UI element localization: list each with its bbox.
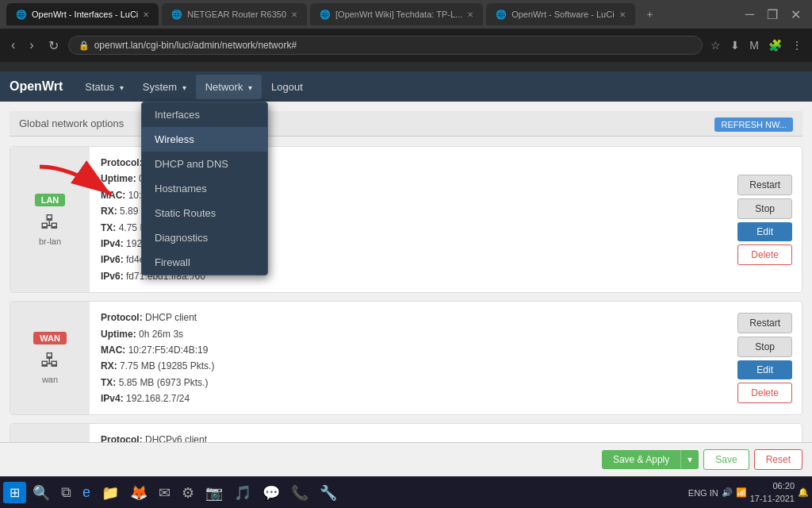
interface-icon-area-wan: WAN 🖧 wan bbox=[10, 302, 90, 414]
delete-button-lan[interactable]: Delete bbox=[737, 244, 792, 265]
network-icon: 🖧 bbox=[40, 211, 59, 233]
app4-icon[interactable]: 📞 bbox=[286, 481, 313, 505]
tab-close-icon[interactable]: ✕ bbox=[467, 10, 473, 19]
dropdown-item-dhcp-dns[interactable]: DHCP and DNS bbox=[142, 152, 267, 176]
interface-badge-wan: WAN bbox=[33, 332, 67, 344]
taskbar-right: ENG IN 🔊 📶 06:20 17-11-2021 🔔 bbox=[688, 480, 809, 505]
lock-icon: 🔒 bbox=[79, 40, 90, 51]
mail-icon[interactable]: ✉ bbox=[154, 481, 175, 505]
interface-name-wan: wan bbox=[42, 375, 58, 384]
caret-icon: ▾ bbox=[248, 83, 252, 92]
system-tray: ENG IN 🔊 📶 bbox=[688, 487, 747, 498]
lang-indicator: ENG IN bbox=[688, 488, 718, 498]
browser-nav-bar: ‹ › ↻ 🔒 openwrt.lan/cgi-bin/luci/admin/n… bbox=[0, 29, 812, 62]
dropdown-item-diagnostics[interactable]: Diagnostics bbox=[142, 225, 267, 250]
app3-icon[interactable]: 💬 bbox=[258, 481, 285, 505]
close-button[interactable]: ✕ bbox=[786, 4, 806, 25]
profile-icon[interactable]: M bbox=[746, 36, 762, 55]
address-text: openwrt.lan/cgi-bin/luci/admin/network/n… bbox=[94, 40, 693, 51]
tab-openwrt-software[interactable]: 🌐 OpenWrt - Software - LuCi ✕ bbox=[486, 3, 634, 25]
tab-close-icon[interactable]: ✕ bbox=[291, 10, 297, 19]
new-tab-button[interactable]: ＋ bbox=[638, 7, 661, 21]
settings-icon[interactable]: ⚙ bbox=[177, 481, 199, 505]
clock-time: 06:20 bbox=[750, 480, 795, 492]
explorer-icon[interactable]: 📁 bbox=[97, 481, 124, 505]
refresh-button[interactable]: REFRESH NW... bbox=[714, 117, 793, 132]
nav-status[interactable]: Status ▾ bbox=[75, 75, 132, 99]
dropdown-item-hostnames[interactable]: Hostnames bbox=[142, 176, 267, 201]
app1-icon[interactable]: 📷 bbox=[201, 481, 228, 505]
tab-netgear[interactable]: 🌐 NETGEAR Router R6350 ✕ bbox=[162, 3, 307, 25]
network-dropdown-menu: Interfaces Wireless DHCP and DNS Hostnam… bbox=[141, 102, 268, 275]
network-tray-icon[interactable]: 📶 bbox=[736, 487, 747, 498]
stop-button-wan[interactable]: Stop bbox=[737, 337, 792, 357]
page-header: REFRESH NW... Global network options bbox=[10, 111, 802, 137]
network-icon: 🖧 bbox=[40, 349, 59, 371]
interface-card-lan: LAN 🖧 br-lan Protocol: Static address Up… bbox=[10, 146, 802, 293]
dropdown-item-firewall[interactable]: Firewall bbox=[142, 250, 267, 275]
minimize-button[interactable]: ─ bbox=[741, 4, 759, 25]
top-nav: OpenWrt Status ▾ System ▾ Network ▾ Logo… bbox=[0, 71, 812, 102]
nav-network[interactable]: Network ▾ bbox=[196, 75, 262, 99]
interface-icon-area-lan: LAN 🖧 br-lan bbox=[10, 147, 90, 292]
interface-badge-lan: LAN bbox=[35, 194, 66, 206]
start-button[interactable]: ⊞ bbox=[3, 482, 26, 503]
app2-icon[interactable]: 🎵 bbox=[229, 481, 256, 505]
extensions-icon[interactable]: 🧩 bbox=[765, 36, 785, 55]
dropdown-item-wireless[interactable]: Wireless bbox=[142, 127, 267, 152]
tab-close-icon[interactable]: ✕ bbox=[619, 10, 626, 19]
interface-card-wan: WAN 🖧 wan Protocol: DHCP client Uptime: … bbox=[10, 301, 802, 415]
nav-logout[interactable]: Logout bbox=[262, 75, 312, 99]
save-button[interactable]: Save bbox=[703, 449, 749, 470]
interface-actions-wan6: Restart Stop Edit Delete bbox=[728, 424, 802, 442]
taskbar-left: ⊞ 🔍 ⧉ e 📁 🦊 ✉ ⚙ 📷 🎵 💬 📞 🔧 bbox=[3, 481, 342, 505]
restart-button-lan[interactable]: Restart bbox=[737, 175, 792, 195]
browser-title-bar: 🌐 OpenWrt - Interfaces - LuCi ✕ 🌐 NETGEA… bbox=[0, 0, 812, 29]
bookmark-icon[interactable]: ☆ bbox=[707, 36, 724, 55]
forward-button[interactable]: › bbox=[25, 35, 38, 56]
menu-icon[interactable]: ⋮ bbox=[788, 36, 806, 55]
restore-button[interactable]: ❐ bbox=[762, 4, 783, 25]
app-container: OpenWrt Status ▾ System ▾ Network ▾ Logo… bbox=[0, 71, 812, 476]
caret-icon: ▾ bbox=[120, 83, 124, 92]
edit-button-lan[interactable]: Edit bbox=[737, 222, 792, 241]
restart-button-wan[interactable]: Restart bbox=[737, 313, 792, 333]
edge-icon[interactable]: e bbox=[78, 481, 95, 504]
interface-name-lan: br-lan bbox=[39, 237, 61, 246]
interface-card-wan6: WAN6 🖧 wan Protocol: DHCPv6 client Uptim… bbox=[10, 423, 802, 442]
dropdown-item-static-routes[interactable]: Static Routes bbox=[142, 201, 267, 225]
stop-button-lan[interactable]: Stop bbox=[737, 198, 792, 219]
bottom-bar: Save & Apply ▾ Save Reset bbox=[0, 442, 812, 476]
reset-button[interactable]: Reset bbox=[754, 449, 802, 470]
address-bar[interactable]: 🔒 openwrt.lan/cgi-bin/luci/admin/network… bbox=[68, 36, 703, 55]
save-apply-dropdown-button[interactable]: ▾ bbox=[680, 450, 699, 469]
interface-actions-wan: Restart Stop Edit Delete bbox=[728, 302, 802, 414]
clock-date: 17-11-2021 bbox=[750, 493, 795, 505]
firefox-icon[interactable]: 🦊 bbox=[125, 481, 152, 505]
dropdown-item-interfaces[interactable]: Interfaces bbox=[142, 102, 267, 127]
interface-icon-area-wan6: WAN6 🖧 wan bbox=[10, 424, 90, 442]
delete-button-wan[interactable]: Delete bbox=[737, 383, 792, 403]
save-apply-split-button: Save & Apply ▾ bbox=[602, 450, 699, 469]
brand-logo: OpenWrt bbox=[10, 79, 63, 94]
nav-system[interactable]: System ▾ bbox=[133, 75, 196, 99]
interface-details-wan6: Protocol: DHCPv6 client Uptime: 0h 25m 5… bbox=[90, 424, 728, 442]
volume-icon[interactable]: 🔊 bbox=[722, 487, 733, 498]
tab-close-icon[interactable]: ✕ bbox=[143, 10, 149, 19]
tab-openwrt-interfaces[interactable]: 🌐 OpenWrt - Interfaces - LuCi ✕ bbox=[6, 3, 159, 25]
app5-icon[interactable]: 🔧 bbox=[315, 481, 342, 505]
search-taskbar-button[interactable]: 🔍 bbox=[28, 481, 55, 505]
save-apply-button[interactable]: Save & Apply bbox=[602, 450, 680, 469]
taskbar-clock: 06:20 17-11-2021 bbox=[750, 480, 795, 505]
tab-openwrt-wiki[interactable]: 🌐 [OpenWrt Wiki] Techdata: TP-L... ✕ bbox=[310, 3, 483, 25]
download-icon[interactable]: ⬇ bbox=[727, 36, 743, 55]
back-button[interactable]: ‹ bbox=[6, 35, 20, 56]
task-view-button[interactable]: ⧉ bbox=[56, 481, 76, 504]
interface-details-wan: Protocol: DHCP client Uptime: 0h 26m 3s … bbox=[90, 302, 728, 414]
refresh-button[interactable]: ↻ bbox=[44, 35, 63, 56]
caret-icon: ▾ bbox=[182, 83, 186, 92]
notification-icon[interactable]: 🔔 bbox=[798, 487, 809, 498]
edit-button-wan[interactable]: Edit bbox=[737, 360, 792, 379]
content-area: REFRESH NW... Global network options LAN… bbox=[0, 102, 812, 442]
interface-actions-lan: Restart Stop Edit Delete bbox=[728, 147, 802, 292]
